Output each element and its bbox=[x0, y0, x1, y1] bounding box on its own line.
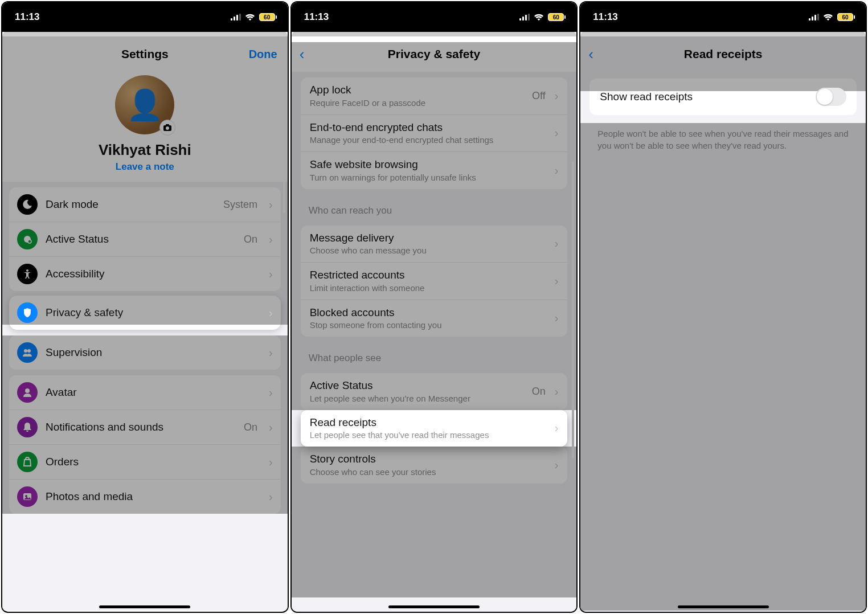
phone-settings: 11:13 60 Settings Done 👤 Vikhyat Rishi bbox=[1, 1, 289, 613]
avatar-icon bbox=[17, 382, 38, 403]
signal-icon bbox=[231, 14, 241, 21]
svg-point-8 bbox=[25, 388, 30, 393]
chevron-right-icon: › bbox=[555, 237, 559, 250]
group-visible-bottom: Story controlsChoose who can see your st… bbox=[301, 447, 568, 484]
chevron-right-icon: › bbox=[555, 312, 559, 325]
page-title: Privacy & safety bbox=[388, 47, 480, 61]
chevron-right-icon: › bbox=[555, 164, 559, 177]
footer-note: People won't be able to see when you've … bbox=[580, 122, 866, 157]
profile-section: 👤 Vikhyat Rishi Leave a note bbox=[2, 72, 288, 182]
battery-icon: 60 bbox=[837, 13, 853, 21]
read-receipts-header: ‹ Read receipts bbox=[580, 36, 866, 72]
row-label: Supervision bbox=[46, 346, 261, 359]
row-label: Active Status bbox=[46, 233, 236, 245]
row-notifications[interactable]: Notifications and sounds On › bbox=[9, 410, 281, 444]
row-value: On bbox=[244, 234, 257, 245]
battery-icon: 60 bbox=[548, 13, 564, 21]
bell-icon bbox=[17, 417, 38, 437]
status-right: 60 bbox=[809, 13, 853, 21]
svg-point-6 bbox=[24, 349, 27, 353]
row-message-delivery[interactable]: Message deliveryChoose who can message y… bbox=[301, 226, 568, 263]
row-accessibility[interactable]: Accessibility › bbox=[9, 256, 281, 291]
scrollbar[interactable] bbox=[283, 65, 285, 213]
svg-point-7 bbox=[27, 349, 31, 353]
back-button[interactable]: ‹ bbox=[588, 46, 593, 63]
wifi-icon bbox=[534, 13, 544, 21]
scrollbar[interactable] bbox=[572, 162, 574, 458]
row-show-read-receipts[interactable]: Show read receipts bbox=[589, 79, 857, 115]
row-value: Off bbox=[532, 90, 546, 102]
read-receipts-sheet: ‹ Read receipts Show read receipts Peopl… bbox=[580, 32, 866, 612]
signal-icon bbox=[519, 14, 530, 21]
leave-note-link[interactable]: Leave a note bbox=[2, 161, 288, 173]
chevron-right-icon: › bbox=[269, 198, 273, 211]
status-time: 11:13 bbox=[304, 11, 329, 23]
settings-header: Settings Done bbox=[2, 36, 288, 72]
home-indicator[interactable] bbox=[388, 605, 480, 608]
back-button[interactable]: ‹ bbox=[300, 46, 305, 63]
wifi-icon bbox=[245, 13, 255, 21]
svg-rect-2 bbox=[166, 124, 169, 126]
profile-name: Vikhyat Rishi bbox=[2, 141, 288, 159]
page-title: Settings bbox=[121, 47, 169, 61]
chevron-right-icon: › bbox=[555, 89, 559, 103]
row-value: On bbox=[244, 421, 257, 433]
status-time: 11:13 bbox=[593, 11, 617, 23]
done-button[interactable]: Done bbox=[249, 48, 277, 61]
row-label: Notifications and sounds bbox=[46, 421, 236, 433]
home-indicator[interactable] bbox=[99, 605, 190, 608]
statusbar: 11:13 60 bbox=[292, 2, 577, 32]
chevron-right-icon: › bbox=[269, 490, 273, 504]
row-dark-mode[interactable]: Dark mode System › bbox=[9, 187, 281, 222]
phone-privacy-safety: 11:13 60 ‹ Privacy & safety App lockRequ… bbox=[290, 1, 578, 613]
row-active-status[interactable]: Active Status On › bbox=[9, 222, 281, 256]
group-reach: Message deliveryChoose who can message y… bbox=[301, 226, 568, 337]
row-story-controls[interactable]: Story controlsChoose who can see your st… bbox=[301, 447, 568, 484]
camera-icon[interactable] bbox=[159, 120, 175, 136]
group-security: App lockRequire FaceID or a passcode Off… bbox=[301, 77, 568, 189]
svg-point-1 bbox=[166, 126, 169, 130]
row-value: On bbox=[532, 386, 546, 398]
row-privacy-safety[interactable]: Privacy & safety › bbox=[9, 296, 281, 330]
settings-sheet: Settings Done 👤 Vikhyat Rishi Leave a no… bbox=[2, 32, 288, 612]
people-icon bbox=[17, 342, 38, 363]
chevron-right-icon: › bbox=[555, 126, 559, 140]
row-app-lock[interactable]: App lockRequire FaceID or a passcode Off… bbox=[301, 77, 568, 114]
chevron-right-icon: › bbox=[269, 233, 273, 246]
group-preferences: Dark mode System › Active Status On › Ac… bbox=[9, 187, 281, 291]
row-safe-browsing[interactable]: Safe website browsingTurn on warnings fo… bbox=[301, 152, 568, 189]
chevron-right-icon: › bbox=[555, 459, 559, 472]
row-read-receipts[interactable]: Read receiptsLet people see that you've … bbox=[301, 410, 568, 447]
group-supervision: Supervision › bbox=[9, 335, 281, 370]
moon-icon bbox=[17, 194, 38, 215]
svg-point-5 bbox=[26, 269, 28, 272]
toggle-label: Show read receipts bbox=[600, 91, 693, 103]
row-label: Privacy & safety bbox=[46, 306, 261, 319]
row-supervision[interactable]: Supervision › bbox=[9, 335, 281, 370]
row-restricted[interactable]: Restricted accountsLimit interaction wit… bbox=[301, 262, 568, 300]
chevron-right-icon: › bbox=[269, 456, 273, 469]
svg-point-4 bbox=[28, 240, 31, 243]
row-blocked[interactable]: Blocked accountsStop someone from contac… bbox=[301, 300, 568, 337]
group-other: Avatar › Notifications and sounds On › O… bbox=[9, 375, 281, 514]
shield-icon bbox=[17, 302, 38, 323]
photo-icon bbox=[17, 486, 38, 507]
row-read-receipts-highlighted: Read receiptsLet people see that you've … bbox=[301, 410, 568, 447]
section-who-can-reach: Who can reach you bbox=[292, 195, 577, 220]
row-photos-media[interactable]: Photos and media › bbox=[9, 479, 281, 514]
row-avatar[interactable]: Avatar › bbox=[9, 375, 281, 410]
status-right: 60 bbox=[519, 13, 564, 21]
row-active-status[interactable]: Active StatusLet people see when you're … bbox=[301, 373, 568, 410]
row-label: Orders bbox=[46, 456, 261, 468]
row-e2e-chats[interactable]: End-to-end encrypted chatsManage your en… bbox=[301, 114, 568, 152]
home-indicator[interactable] bbox=[678, 605, 769, 608]
row-orders[interactable]: Orders › bbox=[9, 444, 281, 479]
row-label: Accessibility bbox=[46, 268, 261, 280]
row-label: Dark mode bbox=[46, 198, 215, 211]
group-read-receipts: Show read receipts bbox=[589, 79, 857, 115]
section-what-people-see: What people see bbox=[292, 342, 577, 367]
toggle-switch[interactable] bbox=[816, 88, 846, 106]
group-visible-top: Active StatusLet people see when you're … bbox=[301, 373, 568, 410]
row-label: Avatar bbox=[46, 386, 261, 399]
status-right: 60 bbox=[231, 13, 275, 21]
